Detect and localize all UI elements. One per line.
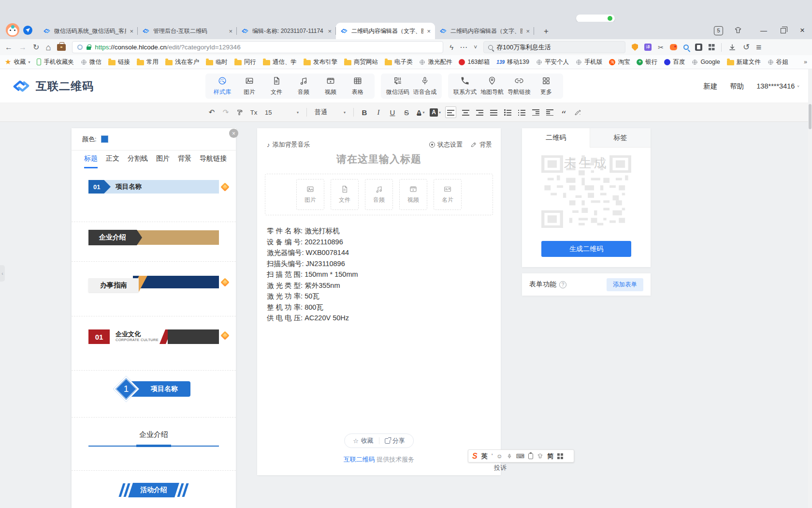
tool-map-navigation[interactable]: 地图导航: [479, 76, 505, 96]
insert-card-button[interactable]: 名片: [434, 179, 462, 210]
account-menu[interactable]: 138****3416˅: [756, 82, 799, 90]
tab-title-styles[interactable]: 标题: [84, 150, 98, 168]
translate-icon[interactable]: 译: [644, 44, 652, 51]
insert-image-button[interactable]: 图片: [296, 179, 324, 210]
close-panel-button[interactable]: ×: [229, 129, 238, 138]
close-window-button[interactable]: ×: [793, 22, 812, 39]
template-item[interactable]: 01 企业文化 CORPORATE CULTURE: [72, 329, 236, 371]
skin-shirt-icon[interactable]: [537, 453, 543, 459]
notification-pill[interactable]: [576, 15, 615, 22]
add-form-button[interactable]: 添加表单: [607, 278, 643, 291]
ime-simplified-toggle[interactable]: 简: [547, 452, 553, 461]
sogou-logo-icon[interactable]: S: [472, 452, 478, 461]
emoji-icon[interactable]: ☺: [496, 453, 502, 460]
more-tools-icon[interactable]: ⋯: [460, 44, 467, 51]
help-question-icon[interactable]: ?: [559, 281, 566, 288]
flash-save-icon[interactable]: ϟ: [450, 44, 453, 51]
insert-signature-button[interactable]: [573, 106, 582, 118]
tool-audio[interactable]: 音频: [290, 76, 317, 96]
paragraph-style-select[interactable]: 普通▾: [313, 108, 348, 117]
bookmark-item[interactable]: 谷姐: [768, 58, 788, 66]
screenshot-scissors-icon[interactable]: ✂: [658, 44, 664, 51]
italic-button[interactable]: I: [374, 106, 383, 118]
tab-2[interactable]: 管理后台-互联二维码 ×: [138, 23, 237, 39]
clear-format-button[interactable]: Tx: [249, 106, 259, 118]
bookmark-item[interactable]: 百度: [664, 58, 685, 66]
title-input-placeholder[interactable]: 请在这里输入标题: [257, 152, 501, 166]
zoom-search-icon[interactable]: [683, 45, 689, 50]
search-box[interactable]: 存100万靠利息生活: [483, 41, 625, 53]
panel-collapse-handle[interactable]: ‹: [0, 265, 5, 282]
generate-qrcode-button[interactable]: 生成二维码: [541, 241, 631, 257]
ime-punctuation-toggle[interactable]: ’: [492, 453, 493, 460]
template-item[interactable]: 活动介绍: [72, 483, 236, 508]
bookmark-item[interactable]: 激光配件: [419, 58, 452, 66]
keyboard-icon[interactable]: ⌨: [516, 453, 524, 460]
bookmark-item[interactable]: 139移动139: [496, 58, 529, 66]
highlight-color-button[interactable]: A▾: [430, 106, 441, 118]
close-tab-icon[interactable]: ×: [328, 28, 332, 35]
apps-grid-icon[interactable]: [709, 44, 715, 50]
bookmark-folder[interactable]: 常用: [137, 58, 159, 66]
reading-list-icon[interactable]: [695, 44, 702, 51]
tool-wechat-livecode[interactable]: 微信活码: [385, 76, 411, 96]
ordered-list-button[interactable]: [503, 106, 512, 118]
tool-video[interactable]: 视频: [318, 76, 344, 96]
forward-button[interactable]: →: [19, 44, 27, 51]
share-button[interactable]: 分享: [385, 436, 405, 445]
dropdown-chevron-icon[interactable]: ˅: [474, 45, 477, 50]
browser-mascot-icon[interactable]: [6, 23, 19, 37]
align-justify-button[interactable]: [489, 106, 498, 118]
align-right-button[interactable]: [475, 106, 484, 118]
tab-qrcode[interactable]: 二维码: [522, 128, 590, 148]
downloads-icon[interactable]: [728, 43, 737, 52]
complaint-link[interactable]: 投诉: [494, 463, 507, 472]
page-scrollbar[interactable]: [808, 69, 812, 508]
close-tab-icon[interactable]: ×: [130, 28, 133, 35]
tab-divider-styles[interactable]: 分割线: [128, 150, 148, 168]
footer-brand-link[interactable]: 互联二维码: [344, 456, 375, 463]
status-setting-button[interactable]: 状态设置: [429, 140, 463, 149]
tab-label[interactable]: 标签: [590, 128, 651, 148]
tab-image-styles[interactable]: 图片: [156, 150, 170, 168]
font-color-button[interactable]: A▾: [416, 106, 425, 118]
tab-count-badge[interactable]: 5: [714, 26, 723, 35]
tool-style-library[interactable]: 样式库: [209, 76, 235, 96]
home-button[interactable]: ⌂: [45, 43, 51, 52]
bookmark-item[interactable]: 手机收藏夹: [37, 58, 74, 66]
tool-nav-links[interactable]: 导航链接: [506, 76, 532, 96]
minimize-button[interactable]: —: [754, 22, 773, 39]
bookmark-folder[interactable]: 通信、学: [263, 58, 297, 66]
background-button[interactable]: 背景: [470, 140, 492, 149]
tab-1[interactable]: 微信活码系统_微信活码_客服活 ×: [39, 23, 138, 39]
insert-video-button[interactable]: 视频: [399, 179, 427, 210]
bookmark-item[interactable]: 淘淘宝: [609, 58, 630, 66]
insert-audio-button[interactable]: 音频: [365, 179, 393, 210]
template-item[interactable]: 企业介绍: [72, 230, 236, 262]
back-button[interactable]: ←: [5, 44, 13, 51]
bullet-list-button[interactable]: [517, 106, 526, 118]
close-tab-icon[interactable]: ×: [229, 28, 232, 35]
template-item[interactable]: 企业介绍: [72, 430, 236, 471]
bookmark-folder[interactable]: 电子类: [385, 58, 413, 66]
bookmark-folder[interactable]: 临时: [206, 58, 228, 66]
tool-image[interactable]: 图片: [236, 76, 262, 96]
align-left-button[interactable]: [445, 106, 456, 118]
tool-more[interactable]: 更多: [533, 76, 559, 96]
bookmark-folder[interactable]: 链接: [108, 58, 130, 66]
menu-icon[interactable]: ≡: [756, 43, 761, 52]
scrollbar-thumb[interactable]: [809, 104, 812, 129]
tool-table[interactable]: 表格: [345, 76, 371, 96]
editor-body-text[interactable]: 零 件 名 称: 激光打标机 设 备 编 号: 2022110896 激光器编号…: [267, 225, 358, 324]
bookmark-folder[interactable]: 新建文件: [727, 58, 761, 66]
tab-3[interactable]: 编辑-名称: 20231107-11174 ×: [237, 23, 336, 39]
template-item[interactable]: 01 项目名称: [72, 180, 236, 222]
color-swatch[interactable]: [101, 135, 108, 143]
font-size-select[interactable]: 15▾: [263, 109, 301, 116]
indent-button[interactable]: [545, 106, 554, 118]
bookmark-folder[interactable]: 商贸网站: [344, 58, 378, 66]
help-button[interactable]: 帮助: [730, 82, 744, 91]
restore-button[interactable]: [773, 22, 793, 39]
bookmarks-overflow-button[interactable]: »: [804, 59, 807, 65]
new-tab-button[interactable]: +: [540, 26, 552, 37]
